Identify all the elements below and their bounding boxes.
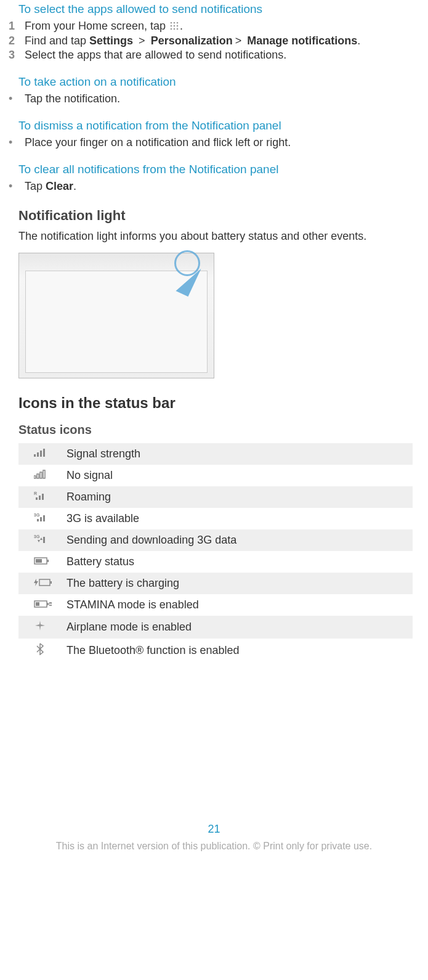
svg-rect-37 <box>36 602 39 606</box>
footer-text: This is an Internet version of this publ… <box>9 841 419 852</box>
step-text: Find and tap Settings > Personalization>… <box>25 35 419 47</box>
svg-point-0 <box>171 22 172 23</box>
svg-rect-11 <box>40 451 42 457</box>
svg-point-4 <box>174 25 176 27</box>
bullet-item: • Tap Clear. <box>9 180 419 193</box>
svg-rect-28 <box>43 537 45 543</box>
status-icons-table: Signal strength No signal R <box>18 443 413 663</box>
svg-point-2 <box>177 22 179 23</box>
svg-rect-31 <box>36 559 42 563</box>
svg-marker-26 <box>38 540 40 542</box>
icon-label: Airplane mode is enabled <box>62 616 413 639</box>
svg-rect-36 <box>47 603 49 605</box>
svg-point-1 <box>174 22 176 23</box>
table-row: No signal <box>18 465 413 486</box>
svg-rect-16 <box>43 470 45 478</box>
icon-label: The battery is charging <box>62 573 413 594</box>
step-text: Select the apps that are allowed to send… <box>25 49 419 62</box>
svg-point-3 <box>171 25 172 27</box>
svg-rect-18 <box>36 497 38 500</box>
notification-light-image <box>18 253 214 378</box>
table-row: 3G 3G is available <box>18 508 413 529</box>
text-fragment: . <box>73 180 76 192</box>
body-text: The notification light informs you about… <box>18 230 419 243</box>
icon-label: Roaming <box>62 486 413 508</box>
breadcrumb-separator: > <box>139 35 145 47</box>
icon-label: STAMINA mode is enabled <box>62 594 413 616</box>
heading-status-icons: Status icons <box>18 423 419 437</box>
page-number: 21 <box>9 823 419 836</box>
svg-rect-24 <box>43 515 45 521</box>
signal-icon <box>34 447 46 457</box>
svg-point-8 <box>177 28 179 30</box>
battery-icon <box>34 555 46 565</box>
table-row: The Bluetooth® function is enabled <box>18 639 413 663</box>
section-title-take-action: To take action on a notification <box>18 75 419 89</box>
icon-label: Signal strength <box>62 443 413 465</box>
icon-label: No signal <box>62 465 413 486</box>
text-fragment: Tap <box>25 180 46 192</box>
bullet-icon: • <box>9 180 25 193</box>
text-fragment: From your Home screen, tap <box>25 20 169 32</box>
svg-rect-22 <box>37 519 39 521</box>
section-title-select-apps: To select the apps allowed to send notif… <box>18 2 419 16</box>
page-content: To select the apps allowed to send notif… <box>0 2 428 964</box>
bold-text: Clear <box>46 180 73 192</box>
svg-rect-30 <box>47 560 49 562</box>
text-fragment: . <box>180 20 183 32</box>
svg-rect-15 <box>40 472 42 478</box>
svg-rect-12 <box>43 449 45 457</box>
bullet-item: • Tap the notification. <box>9 92 419 105</box>
icon-label: Sending and downloading 3G data <box>62 529 413 551</box>
section-title-clear-all: To clear all notifications from the Noti… <box>18 163 419 176</box>
table-row: 3G Sending and downloading 3G data <box>18 529 413 551</box>
svg-rect-34 <box>50 581 52 584</box>
bullet-text: Tap Clear. <box>25 180 419 193</box>
svg-text:+: + <box>49 602 52 607</box>
svg-point-5 <box>177 25 179 27</box>
icon-label: The Bluetooth® function is enabled <box>62 639 413 663</box>
battery-charging-icon <box>34 577 46 587</box>
table-row: The battery is charging <box>18 573 413 594</box>
bold-text: Manage notifications <box>247 35 357 47</box>
stamina-icon: + <box>34 598 46 608</box>
bullet-icon: • <box>9 92 25 105</box>
svg-text:3G: 3G <box>34 513 40 517</box>
svg-rect-19 <box>39 496 41 500</box>
heading-notification-light: Notification light <box>18 208 419 224</box>
bold-text: Settings <box>89 35 133 47</box>
svg-rect-14 <box>37 474 39 478</box>
section-title-dismiss: To dismiss a notification from the Notif… <box>18 119 419 133</box>
icon-label: 3G is available <box>62 508 413 529</box>
bold-text: Personalization <box>151 35 233 47</box>
svg-marker-32 <box>34 579 38 586</box>
airplane-icon <box>34 620 46 630</box>
svg-text:3G: 3G <box>34 534 40 539</box>
roaming-icon: R <box>34 491 46 500</box>
no-signal-icon <box>34 469 46 479</box>
table-row: Battery status <box>18 551 413 573</box>
step-1: 1 From your Home screen, tap . <box>9 20 419 33</box>
breadcrumb-separator: > <box>235 35 242 47</box>
step-number: 3 <box>9 49 25 62</box>
table-row: Airplane mode is enabled <box>18 616 413 639</box>
svg-rect-33 <box>39 579 50 586</box>
heading-icons-status-bar: Icons in the status bar <box>18 394 419 412</box>
svg-rect-9 <box>34 454 36 457</box>
g3-available-icon: 3G <box>34 512 46 522</box>
bullet-text: Place your finger on a notification and … <box>25 136 419 149</box>
svg-point-7 <box>174 28 176 30</box>
svg-text:R: R <box>34 491 37 496</box>
g3-data-icon: 3G <box>34 534 46 544</box>
svg-rect-13 <box>34 476 36 478</box>
bullet-icon: • <box>9 136 25 149</box>
step-3: 3 Select the apps that are allowed to se… <box>9 49 419 62</box>
bullet-item: • Place your finger on a notification an… <box>9 136 419 149</box>
text-fragment: Find and tap <box>25 35 89 47</box>
svg-point-6 <box>171 28 172 30</box>
svg-marker-27 <box>40 537 42 540</box>
icon-label: Battery status <box>62 551 413 573</box>
bluetooth-icon <box>34 643 46 653</box>
table-row: Signal strength <box>18 443 413 465</box>
step-number: 2 <box>9 35 25 47</box>
